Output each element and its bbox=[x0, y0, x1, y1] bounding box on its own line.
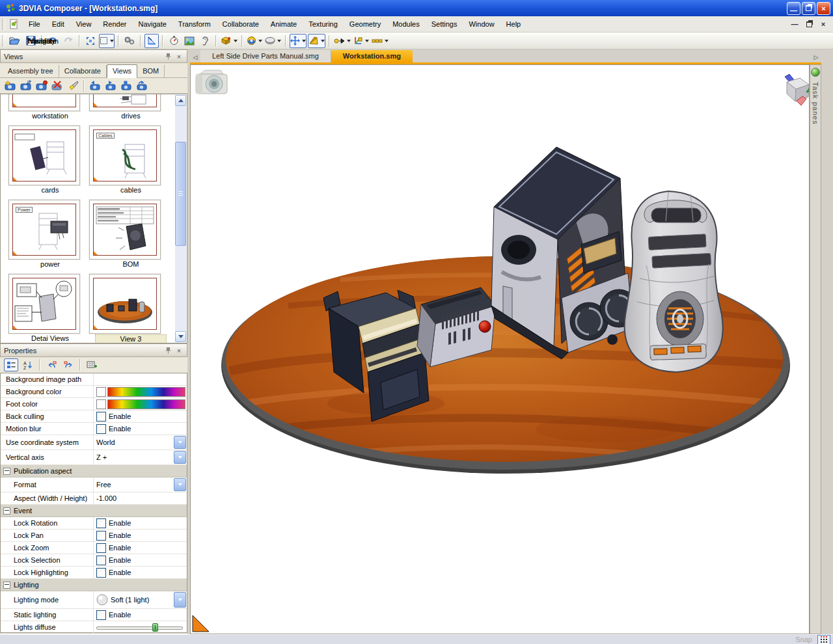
property-row[interactable]: Background color bbox=[1, 386, 187, 398]
restore-button[interactable] bbox=[802, 2, 815, 15]
views-close-icon[interactable]: × bbox=[174, 52, 184, 61]
views-pin-icon[interactable] bbox=[163, 52, 172, 61]
tab-scroll-left-icon[interactable]: ◁ bbox=[190, 54, 200, 62]
menu-texturing[interactable]: Texturing bbox=[303, 18, 344, 31]
dropdown-button[interactable] bbox=[174, 436, 186, 449]
menu-window[interactable]: Window bbox=[463, 18, 500, 31]
thumbnail-label[interactable]: cables bbox=[95, 186, 167, 194]
viewport-3d[interactable] bbox=[190, 64, 810, 634]
snap-points-button[interactable] bbox=[371, 34, 389, 48]
color-gradient-bar[interactable] bbox=[107, 387, 185, 397]
checkbox[interactable] bbox=[96, 610, 106, 620]
color-swatch[interactable] bbox=[96, 387, 106, 397]
create-view-button[interactable] bbox=[4, 80, 17, 91]
properties-pin-icon[interactable] bbox=[163, 346, 172, 355]
document-tab-active[interactable]: Workstation.smg bbox=[331, 50, 413, 62]
sort-alphabetical-button[interactable]: AZ bbox=[21, 358, 35, 372]
menu-help[interactable]: Help bbox=[500, 18, 527, 31]
property-row[interactable]: Lock PanEnable bbox=[1, 530, 187, 542]
property-row[interactable]: Vertical axisZ + bbox=[1, 450, 187, 465]
visibility-mode-button[interactable] bbox=[246, 34, 263, 48]
categorized-button[interactable] bbox=[4, 358, 18, 371]
menu-modules[interactable]: Modules bbox=[387, 18, 426, 31]
toolbar-grip[interactable] bbox=[2, 35, 5, 46]
dropdown-button[interactable] bbox=[174, 478, 186, 491]
color-swatch[interactable] bbox=[96, 399, 106, 409]
dropdown-button[interactable] bbox=[174, 592, 186, 608]
minimize-button[interactable]: — bbox=[787, 2, 800, 15]
render-style-button[interactable] bbox=[264, 34, 282, 48]
document-tab-inactive[interactable]: Left Side Drive Parts Manual.smg bbox=[200, 50, 331, 62]
views-scrollbar[interactable] bbox=[175, 95, 186, 342]
datagrid-button[interactable] bbox=[85, 358, 99, 372]
property-row[interactable]: Lock RotationEnable bbox=[1, 517, 187, 530]
snap-grid-button[interactable] bbox=[817, 635, 830, 644]
thumbnail-power[interactable]: Power bbox=[8, 200, 80, 260]
checkbox[interactable] bbox=[96, 531, 106, 541]
collapse-icon[interactable] bbox=[3, 582, 10, 589]
thumbnail-bom[interactable] bbox=[89, 200, 161, 260]
settings-gears-button[interactable] bbox=[122, 34, 137, 48]
previous-view-button[interactable] bbox=[89, 80, 102, 91]
properties-close-icon[interactable]: × bbox=[174, 346, 184, 355]
checkbox[interactable] bbox=[96, 424, 106, 434]
menu-edit[interactable]: Edit bbox=[46, 18, 70, 31]
property-row[interactable]: Back cullingEnable bbox=[1, 410, 187, 423]
menu-view[interactable]: View bbox=[70, 18, 98, 31]
scroll-down-button[interactable] bbox=[175, 331, 186, 342]
menu-collaborate[interactable]: Collaborate bbox=[217, 18, 265, 31]
thumbnail-label[interactable]: drives bbox=[95, 112, 167, 120]
mdi-close-button[interactable]: × bbox=[819, 20, 828, 29]
tab-scroll-right-icon[interactable]: ▷ bbox=[811, 54, 821, 62]
property-row[interactable]: Aspect (Width / Height)-1.000 bbox=[1, 492, 187, 505]
mdi-restore-button[interactable] bbox=[804, 20, 813, 29]
collapse-icon[interactable] bbox=[3, 507, 10, 515]
tab-bom[interactable]: BOM bbox=[137, 65, 165, 77]
capture-view-button[interactable] bbox=[35, 80, 48, 91]
thumbnail-label-selected[interactable]: View 3 bbox=[95, 334, 167, 343]
menu-navigate[interactable]: Navigate bbox=[132, 18, 172, 31]
workshop-button[interactable] bbox=[220, 34, 238, 48]
thumbnail-label[interactable]: BOM bbox=[95, 260, 167, 268]
color-gradient-bar[interactable] bbox=[107, 399, 185, 409]
property-row[interactable]: Lights diffuse bbox=[1, 621, 187, 634]
scrollbar-thumb[interactable] bbox=[175, 142, 186, 246]
play-views-button[interactable] bbox=[104, 80, 117, 91]
thumbnail-detail-views[interactable] bbox=[8, 274, 80, 334]
property-row[interactable]: Lock SelectionEnable bbox=[1, 554, 187, 567]
property-row[interactable]: Static lightingEnable bbox=[1, 609, 187, 621]
mdi-minimize-button[interactable]: — bbox=[790, 20, 799, 29]
menu-animate[interactable]: Animate bbox=[265, 18, 303, 31]
property-group-publication-aspect[interactable]: Publication aspect bbox=[1, 465, 187, 477]
clean-views-button[interactable] bbox=[66, 80, 79, 91]
property-row[interactable]: Lighting modeSoft (1 light) bbox=[1, 591, 187, 609]
title-bar[interactable]: 3DVIA Composer - [Workstation.smg] — × bbox=[0, 0, 833, 16]
delete-view-button[interactable] bbox=[51, 80, 64, 91]
update-view-button[interactable] bbox=[20, 80, 33, 91]
property-row[interactable]: Use coordinate systemWorld bbox=[1, 435, 187, 450]
checkbox[interactable] bbox=[96, 412, 106, 422]
checkbox[interactable] bbox=[96, 568, 106, 578]
property-row[interactable]: Lock HighlightingEnable bbox=[1, 567, 187, 579]
menubar-grip[interactable] bbox=[2, 19, 5, 30]
thumbnail-label[interactable]: power bbox=[14, 260, 86, 268]
task-panes-bar[interactable]: Task panes bbox=[810, 64, 821, 634]
thumbnail-label[interactable]: workstation bbox=[14, 112, 86, 120]
property-row[interactable]: Motion blurEnable bbox=[1, 423, 187, 435]
thumbnail-label[interactable]: Detai Views bbox=[14, 334, 86, 342]
menu-file[interactable]: File bbox=[23, 18, 46, 31]
thumbnail-cables[interactable]: Cables bbox=[89, 126, 161, 185]
scroll-up-button[interactable] bbox=[175, 95, 186, 106]
lights-diffuse-slider[interactable] bbox=[96, 623, 183, 632]
thumbnail-cards[interactable] bbox=[8, 126, 80, 185]
property-row[interactable]: Foot color bbox=[1, 398, 187, 410]
checkbox[interactable] bbox=[96, 556, 106, 565]
image-button[interactable] bbox=[182, 34, 197, 48]
tab-views[interactable]: Views bbox=[107, 64, 137, 78]
menu-transform[interactable]: Transform bbox=[172, 18, 217, 31]
next-view-button[interactable] bbox=[135, 80, 148, 91]
fly-mode-button[interactable] bbox=[308, 34, 325, 48]
stop-views-button[interactable] bbox=[120, 80, 133, 91]
menu-render[interactable]: Render bbox=[97, 18, 132, 31]
property-row[interactable]: Background image path bbox=[1, 373, 187, 386]
